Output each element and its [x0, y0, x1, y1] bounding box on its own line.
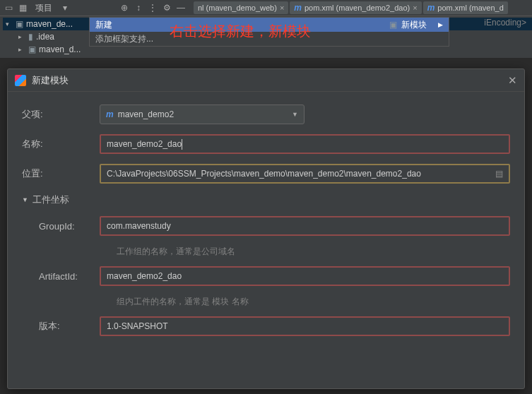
version-label: 版本: — [22, 320, 100, 333]
minimize-tool-icon[interactable]: ▭ — [3, 2, 14, 13]
context-menu: 新建 ▶ 添加框架支持... ▣ 新模块 — [89, 17, 449, 47]
tab-file-2[interactable]: m pom.xml (maven_demo2_dao) × — [290, 1, 421, 14]
editor-tabs: nl (maven_demo_web) × m pom.xml (maven_d… — [194, 1, 508, 14]
browse-folder-icon[interactable]: ▤ — [495, 169, 503, 179]
chevron-right-icon: ▸ — [18, 46, 25, 53]
groupid-label: GroupId: — [22, 221, 100, 232]
context-menu-framework[interactable]: 添加框架支持... — [90, 32, 449, 46]
context-menu-label: 新建 — [95, 19, 112, 31]
groupid-help: 工作组的名称，通常是公司域名 — [117, 246, 510, 258]
submenu-arrow-icon: ▶ — [438, 21, 443, 28]
close-button[interactable]: ✕ — [508, 74, 517, 87]
new-module-dialog: 新建模块 ✕ 父项: m maven_demo2 ▼ 名称: maven_dem… — [7, 68, 525, 389]
location-label: 位置: — [22, 167, 100, 180]
tree-item-label: maven_de... — [26, 19, 73, 29]
section-title: 工件坐标 — [32, 193, 69, 206]
coordinates-section-toggle[interactable]: ▼ 工件坐标 — [22, 193, 510, 206]
gear-icon[interactable]: ⚙ — [161, 2, 172, 13]
location-value: C:\JavaProjects\06SSM_Projects\maven_dem… — [107, 169, 421, 179]
name-input[interactable]: maven_demo2_dao — [100, 134, 510, 154]
code-fragment: iEncoding> — [484, 18, 526, 28]
tab-label: pom.xml (maven_demo2_dao) — [305, 4, 410, 12]
maven-icon: m — [106, 109, 114, 119]
close-icon[interactable]: × — [413, 4, 417, 12]
chevron-down-icon: ▼ — [22, 196, 28, 203]
artifactid-label: ArtifactId: — [22, 271, 100, 282]
tab-label: nl (maven_demo_web) — [198, 4, 277, 12]
groupid-value: com.mavenstudy — [107, 221, 171, 231]
maven-icon: m — [294, 3, 302, 13]
module-icon: ▣ — [389, 20, 397, 30]
artifactid-input[interactable]: maven_demo2_dao — [100, 266, 510, 286]
close-icon[interactable]: × — [280, 4, 284, 12]
hide-icon[interactable]: — — [175, 2, 187, 13]
version-input[interactable]: 1.0-SNAPSHOT — [100, 316, 510, 336]
project-panel-label[interactable]: 项目 — [31, 2, 57, 14]
tree-item-label: .idea — [36, 32, 54, 42]
dialog-title: 新建模块 — [32, 74, 69, 87]
target-icon[interactable]: ⊕ — [119, 2, 130, 13]
submenu-label: 新模块 — [401, 19, 427, 31]
location-input[interactable]: C:\JavaProjects\06SSM_Projects\maven_dem… — [100, 164, 510, 184]
context-submenu[interactable]: ▣ 新模块 — [382, 18, 434, 32]
top-toolbar: ▭ ▦ 项目 ▾ ⊕ ↕ ⋮ ⚙ — nl (maven_demo_web) ×… — [0, 0, 532, 16]
module-folder-icon: ▣ — [16, 19, 23, 29]
tab-label: pom.xml (maven_d — [437, 4, 504, 12]
options-icon[interactable]: ⋮ — [147, 2, 158, 13]
version-value: 1.0-SNAPSHOT — [107, 321, 168, 331]
tab-file-3[interactable]: m pom.xml (maven_d — [423, 1, 508, 14]
text-caret — [182, 139, 182, 150]
tab-file-1[interactable]: nl (maven_demo_web) × — [194, 1, 288, 14]
artifactid-help: 组内工件的名称，通常是 模块 名称 — [117, 296, 510, 308]
dialog-titlebar: 新建模块 ✕ — [8, 69, 524, 92]
name-label: 名称: — [22, 138, 100, 150]
dialog-body: 父项: m maven_demo2 ▼ 名称: maven_demo2_dao … — [8, 92, 524, 353]
chevron-right-icon: ▸ — [18, 33, 25, 40]
dropdown-icon[interactable]: ▾ — [59, 2, 71, 13]
ide-icon — [15, 75, 26, 86]
expand-icon[interactable]: ↕ — [133, 2, 144, 13]
project-tree-area: iEncoding> ▾ ▣ maven_de... ▸ ▮ .idea ▸ ▣… — [0, 16, 532, 59]
groupid-input[interactable]: com.mavenstudy — [100, 216, 510, 236]
chevron-down-icon: ▾ — [6, 20, 13, 28]
parent-label: 父项: — [22, 108, 100, 121]
name-value: maven_demo2_dao — [107, 139, 182, 149]
parent-dropdown[interactable]: m maven_demo2 ▼ — [100, 105, 305, 124]
project-tree-icon[interactable]: ▦ — [17, 2, 28, 13]
context-menu-label: 添加框架支持... — [95, 33, 153, 45]
maven-icon: m — [427, 3, 435, 13]
tree-item-label: maven_d... — [39, 44, 81, 54]
module-folder-icon: ▣ — [28, 44, 36, 54]
folder-icon: ▮ — [28, 32, 33, 42]
parent-value: maven_demo2 — [118, 109, 174, 119]
chevron-down-icon: ▼ — [292, 111, 298, 118]
artifactid-value: maven_demo2_dao — [107, 271, 182, 281]
